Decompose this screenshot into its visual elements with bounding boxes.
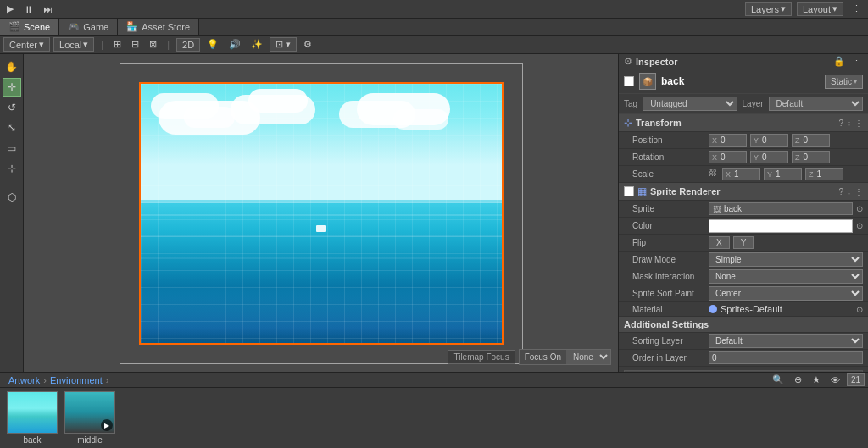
grid3-btn[interactable]: ⊠ <box>146 37 160 52</box>
grid-btn[interactable]: ⊞ <box>110 37 125 52</box>
sprite-renderer-section-icons: ? ↕ ⋮ <box>838 187 863 196</box>
layout-dropdown[interactable]: Layout ▾ <box>797 2 843 16</box>
static-button[interactable]: Static <box>825 75 863 89</box>
sorting-layer-dropdown[interactable]: Default <box>709 334 863 348</box>
position-values: X 0 Y 0 Z 0 <box>709 134 863 147</box>
order-in-layer-label: Order in Layer <box>632 353 709 362</box>
layer-dropdown[interactable]: Default <box>769 97 863 111</box>
sprite-renderer-section-header[interactable]: ▦ Sprite Renderer ? ↕ ⋮ <box>619 183 868 201</box>
fx-btn[interactable]: ✨ <box>248 37 266 52</box>
transform-section-icons: ? ↕ ⋮ <box>838 119 863 128</box>
additional-settings-section-header[interactable]: Additional Settings <box>619 317 868 333</box>
tilemap-none-dropdown[interactable]: None <box>566 350 610 364</box>
tab-asset-store[interactable]: 🏪 Asset Store <box>118 19 199 35</box>
rotation-label: Rotation <box>632 152 709 162</box>
sprite-sort-point-dropdown[interactable]: Center <box>709 286 863 301</box>
scene-icon: 🎬 <box>8 21 20 32</box>
inspector-lock-btn[interactable]: 🔒 <box>832 56 847 67</box>
list-item[interactable]: ▶ middle <box>64 391 115 445</box>
flip-x-button[interactable]: X <box>709 236 730 249</box>
tag-layer-row: Tag Untagged Layer Default <box>619 94 868 114</box>
left-toolbox: ✋ ✛ ↺ ⤡ ▭ ⊹ ⬡ <box>0 54 24 372</box>
order-in-layer-field[interactable]: 0 <box>709 351 863 364</box>
rotate-tool[interactable]: ↺ <box>3 98 21 117</box>
sprite-renderer-checkbox[interactable] <box>624 186 634 196</box>
sprite-value[interactable]: 🖼 back <box>709 202 853 215</box>
scale-row: Scale ⛓ X 1 Y 1 Z 1 <box>619 166 868 183</box>
transform-tool[interactable]: ⊹ <box>3 159 21 178</box>
custom-tool[interactable]: ⬡ <box>3 188 21 207</box>
sprite-row: Sprite 🖼 back ⊙ <box>619 201 868 218</box>
rotation-values: X 0 Y 0 Z 0 <box>709 151 863 163</box>
eye-btn[interactable]: 👁 <box>827 373 843 387</box>
pause-button[interactable]: ⏸ <box>20 3 36 16</box>
scale-z-field[interactable]: Z 1 <box>805 168 843 180</box>
rot-z-field[interactable]: Z 0 <box>792 151 830 163</box>
play-overlay-icon: ▶ <box>101 419 113 431</box>
object-name[interactable]: back <box>661 75 820 87</box>
layers-dropdown[interactable]: Layers ▾ <box>745 2 792 16</box>
flip-row: Flip X Y <box>619 235 868 252</box>
flip-y-button[interactable]: Y <box>733 236 754 249</box>
breadcrumb-artwork[interactable]: Artwork <box>8 375 40 385</box>
audio-btn[interactable]: 🔊 <box>225 37 244 52</box>
sprite-sort-point-label: Sprite Sort Paint <box>632 289 709 298</box>
transform-section-header[interactable]: ⊹ Transform ? ↕ ⋮ <box>619 114 868 132</box>
scene-viewport[interactable]: Tilemap Focus Focus On None <box>24 54 618 372</box>
play-button[interactable]: ▶ <box>3 2 17 16</box>
draw-mode-label: Draw Mode <box>632 255 709 264</box>
sprite-sort-point-row: Sprite Sort Paint Center <box>619 285 868 302</box>
grid2-btn[interactable]: ⊟ <box>128 37 142 52</box>
tab-game[interactable]: 🎮 Game <box>59 19 118 35</box>
scene-canvas <box>120 63 523 364</box>
sorting-layer-row: Sorting Layer Default <box>619 333 868 350</box>
color-preview[interactable] <box>709 219 853 233</box>
inspector-panel: ⚙ Inspector 🔒 ⋮ 📦 back Static Tag Untagg… <box>618 54 868 372</box>
sprite-label: Sprite <box>632 204 709 213</box>
scale-label: Scale <box>632 169 709 179</box>
breadcrumb-sep1: › <box>43 375 47 385</box>
mask-interaction-dropdown[interactable]: None <box>709 269 863 284</box>
asset-grid: back ▶ middle <box>0 388 868 448</box>
settings-button[interactable]: ⋮ <box>849 2 865 16</box>
color-picker-icon[interactable]: ⊙ <box>856 221 863 230</box>
gizmos-btn[interactable]: ⚙ <box>300 37 315 52</box>
pos-z-field[interactable]: Z 0 <box>792 134 830 147</box>
tab-scene[interactable]: 🎬 Scene <box>0 19 59 35</box>
scale-y-field[interactable]: Y 1 <box>764 168 802 180</box>
breadcrumb: Artwork › Environment › <box>3 375 765 385</box>
draw-mode-dropdown[interactable]: Simple <box>709 252 863 267</box>
pos-x-field[interactable]: X 0 <box>709 134 747 147</box>
object-enabled-checkbox[interactable] <box>624 76 634 86</box>
move-tool[interactable]: ✛ <box>3 78 21 97</box>
rect-tool[interactable]: ▭ <box>3 139 21 158</box>
second-toolbar: Center ▾ Local ▾ | ⊞ ⊟ ⊠ | 2D 💡 🔊 ✨ ⊡ ▾ … <box>0 36 868 54</box>
pos-y-field[interactable]: Y 0 <box>750 134 788 147</box>
sprite-picker-icon[interactable]: ⊙ <box>856 204 863 213</box>
view-dropdown[interactable]: ⊡ ▾ <box>270 37 297 52</box>
filter-btn[interactable]: ⊕ <box>791 373 805 387</box>
scale-x-field[interactable]: X 1 <box>722 168 760 180</box>
scale-tool[interactable]: ⤡ <box>3 119 21 137</box>
list-item[interactable]: back <box>7 391 58 445</box>
material-picker-icon[interactable]: ⊙ <box>856 305 863 314</box>
material-value: Sprites-Default <box>709 304 853 314</box>
material-label: Material <box>632 305 709 314</box>
search-btn[interactable]: 🔍 <box>769 373 787 387</box>
step-button[interactable]: ⏭ <box>40 3 56 16</box>
object-header: 📦 back Static <box>619 69 868 94</box>
star-btn[interactable]: ★ <box>809 373 824 387</box>
light-btn[interactable]: 💡 <box>203 37 222 52</box>
rot-y-field[interactable]: Y 0 <box>750 151 788 163</box>
2d-dropdown[interactable]: 2D <box>176 38 200 52</box>
tag-dropdown[interactable]: Untagged <box>643 97 737 111</box>
center-dropdown[interactable]: Center ▾ <box>3 37 50 52</box>
inspector-menu-btn[interactable]: ⋮ <box>850 56 863 67</box>
rot-x-field[interactable]: X 0 <box>709 151 747 163</box>
draw-mode-row: Draw Mode Simple <box>619 252 868 268</box>
static-dropdown-icon <box>854 78 857 86</box>
grid-overlay <box>141 84 502 343</box>
hand-tool[interactable]: ✋ <box>3 58 21 76</box>
breadcrumb-environment[interactable]: Environment <box>50 375 103 385</box>
local-dropdown[interactable]: Local ▾ <box>53 37 94 52</box>
